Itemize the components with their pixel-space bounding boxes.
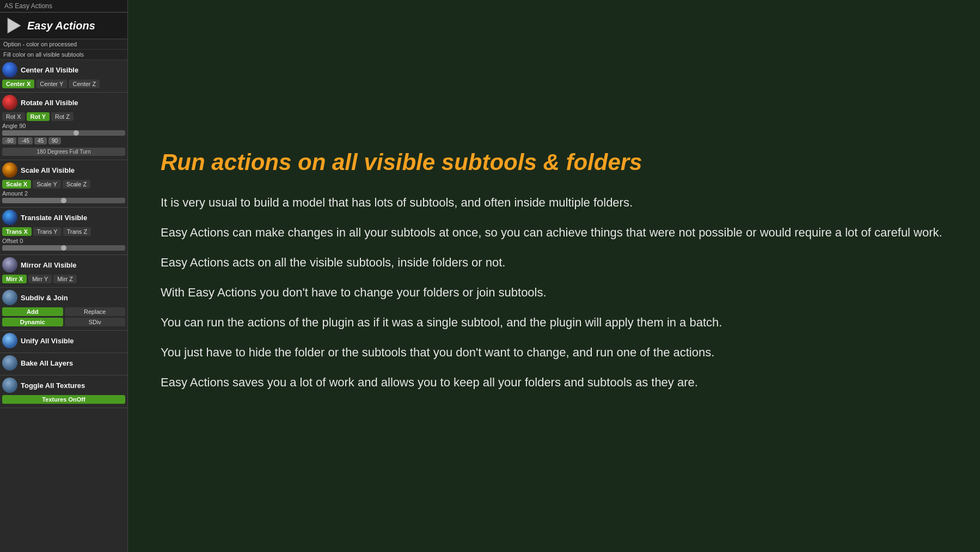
subdiv-buttons-row2: Dynamic SDiv <box>2 318 125 326</box>
amount-row: Amount 2 <box>2 190 125 197</box>
svg-marker-0 <box>8 18 21 33</box>
fill-color-row: Fill color on all visible subtools <box>0 50 127 60</box>
section-translate: Translate All Visible Trans X Trans Y Tr… <box>0 208 127 255</box>
amount-label: Amount 2 <box>2 190 28 197</box>
sdiv-button[interactable]: SDiv <box>65 318 126 326</box>
toggle-label: Toggle All Textures <box>21 381 85 390</box>
angle-neg90-button[interactable]: -90 <box>2 137 16 144</box>
logo-area: Easy Actions <box>0 13 127 39</box>
rotate-buttons: Rot X Rot Y Rot Z <box>2 112 125 121</box>
mirror-buttons: Mirr X Mirr Y Mirr Z <box>2 275 125 283</box>
center-icon <box>2 62 17 77</box>
dynamic-button[interactable]: Dynamic <box>2 318 63 326</box>
subdiv-label: Subdiv & Join <box>21 294 68 302</box>
scale-y-button[interactable]: Scale Y <box>33 180 61 189</box>
scale-label: Scale All Visible <box>21 166 75 174</box>
rot-y-button[interactable]: Rot Y <box>27 112 50 121</box>
toggle-bottom-row: Textures OnOff <box>2 395 125 404</box>
trans-y-button[interactable]: Trans Y <box>33 227 62 236</box>
mirror-label: Mirror All Visible <box>21 261 77 269</box>
mirr-y-button[interactable]: Mirr Y <box>28 275 52 283</box>
unify-label: Unify All Visible <box>21 337 74 345</box>
translate-buttons: Trans X Trans Y Trans Z <box>2 227 125 236</box>
logo-text: Easy Actions <box>27 20 95 32</box>
para-3: Easy Actions acts on all the visible sub… <box>161 253 947 271</box>
toggle-icon <box>2 378 17 393</box>
para-2: Easy Actions can make changes in all you… <box>161 223 947 241</box>
center-x-button[interactable]: Center X <box>2 80 34 88</box>
rotate-label: Rotate All Visible <box>21 99 78 107</box>
mirr-x-button[interactable]: Mirr X <box>2 275 27 283</box>
center-label: Center All Visible <box>21 66 78 74</box>
add-button[interactable]: Add <box>2 307 63 316</box>
scale-buttons: Scale X Scale Y Scale Z <box>2 180 125 189</box>
para-1: It is very usual to build a model that h… <box>161 193 947 211</box>
rotate-icon <box>2 95 17 110</box>
scale-slider[interactable] <box>2 198 125 203</box>
angle-pos45-button[interactable]: 45 <box>34 137 47 144</box>
angle-neg45-button[interactable]: -45 <box>18 137 32 144</box>
rot-x-button[interactable]: Rot X <box>2 112 25 121</box>
section-mirror: Mirror All Visible Mirr X Mirr Y Mirr Z <box>0 255 127 288</box>
trans-x-button[interactable]: Trans X <box>2 227 32 236</box>
textures-onoff-button[interactable]: Textures OnOff <box>2 395 125 404</box>
translate-label: Translate All Visible <box>21 214 87 222</box>
offset-row: Offset 0 <box>2 238 125 244</box>
section-center: Center All Visible Center X Center Y Cen… <box>0 60 127 93</box>
bake-icon <box>2 355 17 371</box>
section-toggle: Toggle All Textures Textures OnOff <box>0 375 127 408</box>
replace-button[interactable]: Replace <box>65 307 126 316</box>
offset-label: Offset 0 <box>2 238 23 244</box>
translate-slider[interactable] <box>2 245 125 251</box>
scale-x-button[interactable]: Scale X <box>2 180 31 189</box>
center-y-button[interactable]: Center Y <box>36 80 67 88</box>
rot-z-button[interactable]: Rot Z <box>51 112 74 121</box>
trans-z-button[interactable]: Trans Z <box>63 227 91 236</box>
main-title: Run actions on all visible subtools & fo… <box>161 149 947 176</box>
rotate-slider[interactable] <box>2 130 125 136</box>
bake-label: Bake All Layers <box>21 359 73 367</box>
section-scale: Scale All Visible Scale X Scale Y Scale … <box>0 160 127 208</box>
translate-icon <box>2 210 17 225</box>
para-4: With Easy Actions you don't have to chan… <box>161 283 947 301</box>
center-z-button[interactable]: Center Z <box>69 80 100 88</box>
sidebar: AS Easy Actions Easy Actions Option - co… <box>0 0 128 552</box>
main-content: Run actions on all visible subtools & fo… <box>128 0 980 552</box>
mirror-icon <box>2 257 17 272</box>
option-color-row: Option - color on processed <box>0 39 127 50</box>
para-7: Easy Actions saves you a lot of work and… <box>161 373 947 391</box>
para-6: You just have to hide the folder or the … <box>161 343 947 361</box>
angle-pos90-button[interactable]: 90 <box>48 137 61 144</box>
angle-num-buttons: -90 -45 45 90 <box>2 137 125 144</box>
mirr-z-button[interactable]: Mirr Z <box>53 275 77 283</box>
angle-label: Angle 90 <box>2 123 26 129</box>
section-rotate: Rotate All Visible Rot X Rot Y Rot Z Ang… <box>0 93 127 160</box>
scale-icon <box>2 162 17 178</box>
logo-icon <box>4 16 24 35</box>
sidebar-title: AS Easy Actions <box>0 0 127 13</box>
angle-row: Angle 90 <box>2 123 125 129</box>
section-unify: Unify All Visible <box>0 331 127 353</box>
unify-icon <box>2 333 17 348</box>
para-5: You can run the actions of the plugin as… <box>161 313 947 331</box>
scale-z-button[interactable]: Scale Z <box>63 180 90 189</box>
subdiv-buttons-row1: Add Replace <box>2 307 125 316</box>
section-bake: Bake All Layers <box>0 353 127 375</box>
center-buttons: Center X Center Y Center Z <box>2 80 125 88</box>
subdiv-icon <box>2 290 17 305</box>
full-turn-button[interactable]: 180 Degrees Full Turn <box>2 148 125 156</box>
section-subdiv: Subdiv & Join Add Replace Dynamic SDiv <box>0 288 127 331</box>
